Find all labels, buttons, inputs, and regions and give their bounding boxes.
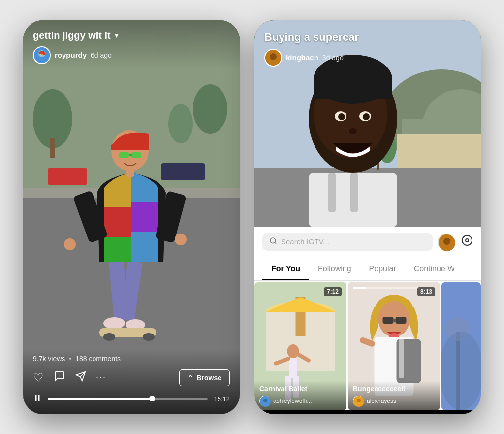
stats-separator: • (69, 355, 71, 363)
svg-rect-21 (119, 152, 129, 158)
thumb-2-user: alexhayess (353, 396, 435, 406)
search-bar[interactable]: Search IGTV... (262, 233, 433, 251)
svg-rect-5 (50, 138, 55, 158)
video-stats: 9.7k views • 188 comments (33, 355, 230, 363)
browse-arrow: ⌃ (188, 374, 193, 382)
right-video-title: Buying a supercar (264, 31, 471, 44)
share-icon[interactable] (75, 371, 86, 385)
svg-rect-80 (394, 319, 396, 322)
search-placeholder-text: Search IGTV... (281, 237, 329, 246)
svg-rect-8 (48, 168, 87, 185)
right-video-header: Buying a supercar kingbach 3d ago (254, 20, 481, 71)
left-action-icons: ♡ ··· (33, 370, 179, 385)
thumb-1-info: Carnival Ballet ashleylewoffi... (254, 381, 346, 410)
thumb-2-duration: 8:13 (417, 287, 435, 296)
igtv-panel: Search IGTV... (254, 227, 481, 410)
thumb-1-username: ashleylewoffi... (273, 398, 312, 404)
video-duration: 15:12 (214, 395, 230, 402)
svg-rect-33 (38, 395, 40, 401)
svg-point-17 (175, 234, 187, 245)
left-username: roypurdy (55, 51, 87, 59)
left-user-info: roypurdy 6d ago (33, 46, 230, 64)
right-time-ago: 3d ago (322, 54, 344, 62)
svg-point-51 (349, 128, 357, 134)
svg-rect-54 (350, 173, 358, 212)
video-thumb-3[interactable] (441, 282, 481, 410)
svg-point-6 (193, 84, 227, 134)
views-count: 9.7k views (33, 355, 65, 363)
svg-rect-46 (314, 79, 392, 99)
tab-continue-watching[interactable]: Continue W (405, 259, 454, 280)
svg-point-49 (338, 113, 345, 120)
left-avatar[interactable] (33, 46, 51, 64)
comment-icon[interactable] (54, 370, 65, 385)
svg-point-16 (64, 238, 76, 250)
svg-rect-32 (35, 395, 37, 401)
svg-point-7 (168, 104, 193, 143)
thumb-2-info: Bungeeeeeeee!! alexhayess (348, 381, 440, 410)
dropdown-icon[interactable]: ▾ (115, 32, 118, 39)
svg-rect-9 (161, 163, 205, 180)
svg-point-87 (357, 399, 361, 402)
svg-rect-79 (396, 317, 407, 324)
left-video-header: gettin jiggy wit it ▾ roypurdy (23, 20, 240, 69)
video-thumb-2[interactable]: 8:13 Bungeeeeeeee!! alexhayes (348, 282, 440, 410)
progress-track[interactable] (48, 398, 208, 400)
settings-icon[interactable] (461, 234, 473, 249)
browse-button[interactable]: ⌃ Browse (179, 369, 230, 386)
svg-point-91 (441, 332, 481, 410)
thumb-2-progress-fill (353, 287, 366, 289)
right-user-info: kingbach 3d ago (264, 49, 471, 67)
svg-point-62 (466, 239, 469, 242)
thumb-1-duration: 7:12 (324, 287, 342, 296)
tab-following[interactable]: Following (309, 259, 360, 280)
search-icon (269, 237, 277, 247)
videos-grid: 7:12 Carnival Ballet ashleyle (254, 281, 481, 410)
svg-rect-53 (328, 173, 336, 212)
progress-thumb (149, 396, 155, 401)
tab-for-you[interactable]: For You (262, 259, 309, 280)
svg-rect-23 (129, 154, 132, 156)
svg-point-74 (263, 399, 267, 402)
tabs-row: For You Following Popular Continue W (254, 257, 481, 281)
left-video-title: gettin jiggy wit it ▾ (33, 30, 230, 41)
svg-point-25 (103, 333, 115, 341)
pause-button[interactable] (33, 393, 42, 404)
thumb-1-avatar (259, 396, 270, 406)
thumb-1-user: ashleylewoffi... (259, 396, 342, 406)
thumb-2-progress-track (353, 287, 420, 289)
thumb-bg-3 (441, 282, 481, 410)
like-icon[interactable]: ♡ (33, 371, 44, 385)
more-icon[interactable]: ··· (96, 372, 106, 383)
svg-line-58 (275, 242, 276, 244)
search-right-icons (438, 234, 473, 250)
thumb-2-username: alexhayess (367, 398, 396, 404)
svg-rect-68 (289, 358, 297, 378)
progress-fill (48, 398, 152, 400)
right-profile-avatar[interactable] (438, 234, 454, 250)
svg-rect-84 (399, 339, 404, 378)
svg-point-61 (462, 235, 472, 245)
tab-popular[interactable]: Popular (360, 259, 405, 280)
left-video-background: gettin jiggy wit it ▾ roypurdy (23, 20, 240, 414)
left-phone: gettin jiggy wit it ▾ roypurdy (23, 20, 240, 414)
search-row: Search IGTV... (254, 227, 481, 257)
browse-label: Browse (196, 374, 221, 382)
svg-point-50 (363, 113, 370, 120)
svg-rect-78 (383, 317, 394, 324)
video-title-text: gettin jiggy wit it (33, 30, 111, 41)
right-avatar[interactable] (264, 49, 282, 67)
svg-rect-38 (397, 134, 481, 173)
left-time-ago: 6d ago (91, 51, 112, 59)
svg-point-57 (270, 238, 276, 243)
right-video-background: Buying a supercar kingbach 3d ago (254, 20, 481, 227)
progress-bar-container: 15:12 (33, 393, 230, 404)
video-thumb-1[interactable]: 7:12 Carnival Ballet ashleyle (254, 282, 346, 410)
thumb-2-avatar (353, 396, 364, 406)
svg-point-60 (443, 238, 450, 245)
right-phone: Buying a supercar kingbach 3d ago (254, 20, 481, 414)
right-username: kingbach (286, 53, 318, 62)
svg-point-26 (143, 333, 155, 341)
svg-point-56 (270, 53, 277, 60)
thumb-1-title: Carnival Ballet (259, 385, 342, 393)
